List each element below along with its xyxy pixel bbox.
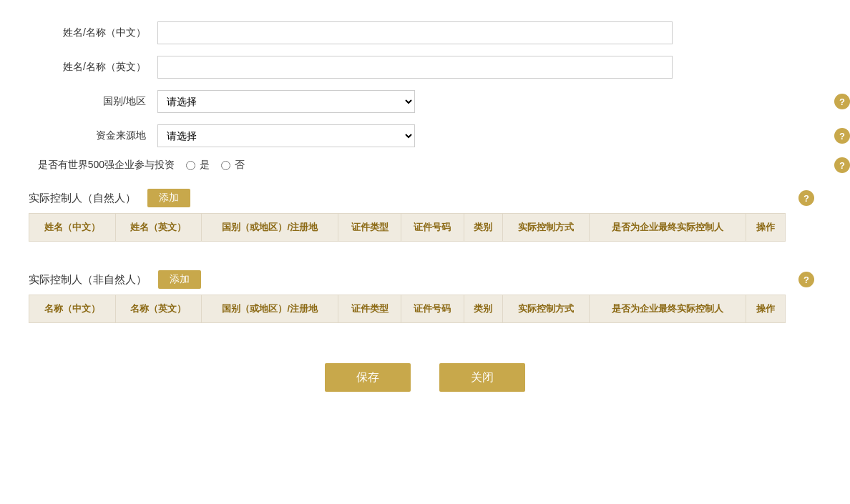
natural-person-section: 实际控制人（自然人） 添加 ? 姓名（中文） 姓名（英文） 国别（或地区）/注册… [29,189,821,253]
nnp-col-cert-no: 证件号码 [401,295,464,323]
non-natural-person-table: 名称（中文） 名称（英文） 国别（或地区）/注册地 证件类型 证件号码 类别 实… [29,295,786,335]
natural-person-empty-row [29,242,786,254]
fortune500-row: 是否有世界500强企业参与投资 是 否 ? [29,159,821,172]
country-row: 国别/地区 请选择 ? [29,90,821,113]
np-col-action: 操作 [746,214,786,242]
np-col-name-cn: 姓名（中文） [29,214,116,242]
natural-person-add-btn[interactable]: 添加 [147,189,190,207]
natural-person-table: 姓名（中文） 姓名（英文） 国别（或地区）/注册地 证件类型 证件号码 类别 实… [29,213,786,253]
non-natural-person-table-header-row: 名称（中文） 名称（英文） 国别（或地区）/注册地 证件类型 证件号码 类别 实… [29,295,786,323]
name-cn-row: 姓名/名称（中文） [29,21,821,44]
save-button[interactable]: 保存 [325,363,411,392]
fortune500-label: 是否有世界500强企业参与投资 [29,159,186,172]
np-col-cert-type: 证件类型 [338,214,401,242]
nnp-col-category: 类别 [464,295,503,323]
np-col-control-method: 实际控制方式 [503,214,590,242]
non-natural-person-section: 实际控制人（非自然人） 添加 ? 名称（中文） 名称（英文） 国别（或地区）/注… [29,270,821,335]
nnp-col-name-cn: 名称（中文） [29,295,116,323]
button-row: 保存 关闭 [29,363,821,392]
nnp-col-action: 操作 [746,295,786,323]
np-col-is-ultimate: 是否为企业最终实际控制人 [589,214,746,242]
country-select[interactable]: 请选择 [157,90,415,113]
natural-person-header: 实际控制人（自然人） 添加 ? [29,189,786,207]
name-cn-label: 姓名/名称（中文） [29,26,157,39]
non-natural-person-add-btn[interactable]: 添加 [158,270,201,289]
non-natural-person-header: 实际控制人（非自然人） 添加 ? [29,270,786,289]
nnp-col-control-method: 实际控制方式 [503,295,590,323]
close-button[interactable]: 关闭 [439,363,525,392]
nnp-col-cert-type: 证件类型 [338,295,401,323]
np-col-country: 国别（或地区）/注册地 [202,214,338,242]
non-natural-person-empty-row [29,323,786,335]
name-en-input[interactable] [157,56,673,79]
name-cn-input[interactable] [157,21,673,44]
nnp-col-country: 国别（或地区）/注册地 [202,295,338,323]
non-natural-person-help-icon[interactable]: ? [798,272,814,287]
main-form: 姓名/名称（中文） 姓名/名称（英文） 国别/地区 请选择 ? 资金来源地 请选… [29,21,821,392]
fortune500-help-icon[interactable]: ? [834,157,850,173]
name-en-row: 姓名/名称（英文） [29,56,821,79]
fund-source-help-icon[interactable]: ? [834,128,850,144]
np-col-category: 类别 [464,214,503,242]
fortune500-yes-option[interactable]: 是 [186,159,210,172]
nnp-col-is-ultimate: 是否为企业最终实际控制人 [589,295,746,323]
fortune500-no-label: 否 [235,159,245,172]
nnp-col-name-en: 名称（英文） [115,295,202,323]
country-label: 国别/地区 [29,95,157,108]
natural-person-help-icon[interactable]: ? [798,190,814,206]
np-col-name-en: 姓名（英文） [115,214,202,242]
natural-person-title: 实际控制人（自然人） [29,192,136,205]
name-en-label: 姓名/名称（英文） [29,61,157,74]
basic-info-section: 姓名/名称（中文） 姓名/名称（英文） 国别/地区 请选择 ? 资金来源地 请选… [29,21,821,172]
country-help-icon[interactable]: ? [834,94,850,109]
fund-source-label: 资金来源地 [29,129,157,142]
natural-person-table-header-row: 姓名（中文） 姓名（英文） 国别（或地区）/注册地 证件类型 证件号码 类别 实… [29,214,786,242]
fortune500-yes-label: 是 [200,159,210,172]
fund-source-row: 资金来源地 请选择 ? [29,124,821,147]
non-natural-person-title: 实际控制人（非自然人） [29,273,147,287]
np-col-cert-no: 证件号码 [401,214,464,242]
fortune500-no-option[interactable]: 否 [221,159,245,172]
fortune500-radio-group: 是 否 [186,159,245,172]
fund-source-select[interactable]: 请选择 [157,124,415,147]
fortune500-yes-radio[interactable] [186,161,195,170]
fortune500-no-radio[interactable] [221,161,230,170]
